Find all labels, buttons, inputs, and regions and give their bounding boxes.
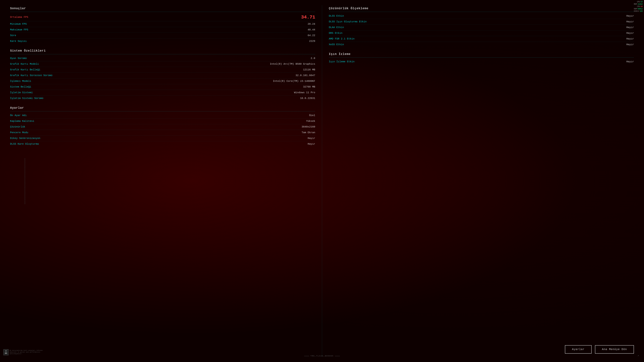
mem-value: 11412 xyxy=(638,3,643,6)
row-value: Hayır xyxy=(626,26,634,29)
d3012-label: D3012 xyxy=(634,10,639,12)
sistem-header: Sistem Özellikleri xyxy=(10,47,315,54)
table-row: Minimum FPS28.24 xyxy=(10,21,315,27)
row-value: Windows 11 Pro xyxy=(294,91,315,94)
sonuclar-section: Sonuçlar Ortalama FPS34.71Minimum FPS28.… xyxy=(10,5,315,44)
row-value: 64.22 xyxy=(308,34,315,37)
table-row: AMD FSR 2.1 EtkinHayır xyxy=(329,36,634,42)
ayarlar-header: Ayarlar xyxy=(10,104,315,111)
row-label: Ön Ayar Adı xyxy=(10,114,27,117)
buttons-row: Ayarlar Ana Menüye Dön xyxy=(329,338,634,357)
cozunurluk-rows: DLSS EtkinHayırDLSS Işın Oluşturma Etkin… xyxy=(329,13,634,47)
row-label: Çözünürlük xyxy=(10,126,25,128)
row-label: Pencere Modu xyxy=(10,131,28,134)
right-sections: Çözünürlük Ölçekleme DLSS EtkinHayırDLSS… xyxy=(329,5,634,338)
gpu-value: 57 xyxy=(641,1,643,3)
cozunurluk-section: Çözünürlük Ölçekleme DLSS EtkinHayırDLSS… xyxy=(329,5,634,47)
row-value: 48.44 xyxy=(308,28,315,31)
row-value: 32.0.101.6647 xyxy=(296,74,315,77)
cozunurluk-header: Çözünürlük Ölçekleme xyxy=(329,5,634,12)
row-value: Yüksek xyxy=(306,120,315,123)
row-value: Hayır xyxy=(626,43,634,46)
gpu-label: GPU xyxy=(637,1,640,3)
row-value: 3840x2160 xyxy=(302,126,315,128)
row-label: Süre xyxy=(10,34,16,37)
sistem-rows: Oyun Sürümü2.0Grafik Kartı ModeliIntel(R… xyxy=(10,56,315,101)
row-value: Intel(R) Arc(TM) B580 Graphics xyxy=(270,63,315,66)
table-row: Sistem Belleği32768 MB xyxy=(10,84,315,90)
row-label: Kaplama Kalitesi xyxy=(10,120,34,123)
isin-header: Işın İzleme xyxy=(329,51,634,58)
ayarlar-button[interactable]: Ayarlar xyxy=(565,345,592,354)
row-value: Intel(R) Core(TM) i5-14600KF xyxy=(273,80,315,83)
table-row: Oyun Sürümü2.0 xyxy=(10,56,315,61)
version-text: Bu karşılaştırma testi sonuçları referan… xyxy=(10,349,46,355)
table-row: İşletim Sistemi Sürümü10.0.22631 xyxy=(10,96,315,101)
row-label: Kare Sayısı xyxy=(10,40,27,43)
bottom-right-arrow: ↗ xyxy=(638,354,639,357)
table-row: Süre64.22 xyxy=(10,33,315,38)
row-label: XeSS Etkin xyxy=(329,43,344,46)
ram-label: RAM xyxy=(634,8,637,10)
table-row: XeSS EtkinHayır xyxy=(329,42,634,47)
isin-section: Işın İzleme Işın İzleme EtkinHayır xyxy=(329,51,634,64)
table-row: Işın İzleme EtkinHayır xyxy=(329,59,634,64)
ana-menu-button[interactable]: Ana Menüye Dön xyxy=(595,345,634,354)
row-value: Hayır xyxy=(308,137,315,140)
row-label: DLSS Işın Oluşturma Etkin xyxy=(329,20,366,23)
row-value: 2.0 xyxy=(311,57,315,60)
row-label: Dikey Senkronizasyon xyxy=(10,137,40,140)
table-row: DLSS Işın Oluşturma EtkinHayır xyxy=(329,19,634,25)
row-label: Ortalama FPS xyxy=(10,16,28,19)
d3012-value: 143 xyxy=(640,10,643,12)
table-row: İşlemci ModeliIntel(R) Core(TM) i5-14600… xyxy=(10,78,315,84)
table-row: DLSS Kare OluşturmaHayır xyxy=(10,141,315,147)
row-value: 32768 MB xyxy=(303,86,315,88)
row-value: 12116 MB xyxy=(303,68,315,71)
row-value: Özel xyxy=(309,114,315,117)
table-row: İşletim SistemiWindows 11 Pro xyxy=(10,90,315,96)
row-label: İşletim Sistemi xyxy=(10,91,33,94)
right-panel-container: Çözünürlük Ölçekleme DLSS EtkinHayırDLSS… xyxy=(329,5,634,357)
sonuclar-rows: Ortalama FPS34.71Minimum FPS28.24Maksimu… xyxy=(10,13,315,44)
main-container: Sonuçlar Ortalama FPS34.71Minimum FPS28.… xyxy=(0,0,644,362)
table-row: DLSS EtkinHayır xyxy=(329,13,634,19)
row-label: Işın İzleme Etkin xyxy=(329,60,354,63)
row-value: 10.0.22631 xyxy=(300,97,315,100)
isin-rows: Işın İzleme EtkinHayır xyxy=(329,59,634,64)
row-label: Oyun Sürümü xyxy=(10,57,27,60)
row-label: Maksimum FPS xyxy=(10,28,28,31)
right-panel: Çözünürlük Ölçekleme DLSS EtkinHayırDLSS… xyxy=(322,5,634,357)
row-value: 2229 xyxy=(309,40,315,43)
row-label: DLAA Etkin xyxy=(329,26,344,29)
row-value: Hayır xyxy=(626,60,634,63)
left-panel: Sonuçlar Ortalama FPS34.71Minimum FPS28.… xyxy=(10,5,322,357)
watermark-text: TRK_TLCAS_B06095 xyxy=(310,355,334,357)
table-row: Dikey SenkronizasyonHayır xyxy=(10,136,315,141)
ram-value: 03012 xyxy=(638,8,643,10)
row-label: DRS Etkin xyxy=(329,32,342,34)
row-label: Grafik Kartı Belleği xyxy=(10,68,40,71)
ayarlar-rows: Ön Ayar AdıÖzelKaplama KalitesiYüksekÇöz… xyxy=(10,113,315,147)
table-row: DRS EtkinHayır xyxy=(329,30,634,36)
row-label: İşletim Sistemi Sürümü xyxy=(10,97,43,100)
row-value: 34.71 xyxy=(301,14,315,20)
table-row: DLAA EtkinHayır xyxy=(329,25,634,30)
bottom-watermark: TRK_TLCAS_B06095 xyxy=(304,355,340,357)
row-label: Minimum FPS xyxy=(10,23,27,26)
table-row: Kare Sayısı2229 xyxy=(10,38,315,44)
row-label: DLSS Kare Oluşturma xyxy=(10,142,39,146)
table-row: Grafik Kartı Sürücüsü Sürümü32.0.101.664… xyxy=(10,73,315,78)
sonuclar-header: Sonuçlar xyxy=(10,5,315,12)
cpu-value: 64 xyxy=(641,6,643,8)
version-badge: V85 Bu karşılaştırma testi sonuçları ref… xyxy=(3,349,46,355)
row-label: AMD FSR 2.1 Etkin xyxy=(329,38,354,40)
table-row: Maksimum FPS48.44 xyxy=(10,27,315,33)
row-value: Hayır xyxy=(626,38,634,40)
mem-label: MEM xyxy=(634,3,637,6)
table-row: Ön Ayar AdıÖzel xyxy=(10,113,315,118)
vertical-side-text: ●●●●●●●●●●●●●●●●●●●●●●●●●●●●●●●●●●●●● xyxy=(24,158,26,204)
row-label: İşlemci Modeli xyxy=(10,80,31,83)
cpu-label: CPU xyxy=(637,6,640,8)
row-label: Grafik Kartı Sürücüsü Sürümü xyxy=(10,74,52,77)
